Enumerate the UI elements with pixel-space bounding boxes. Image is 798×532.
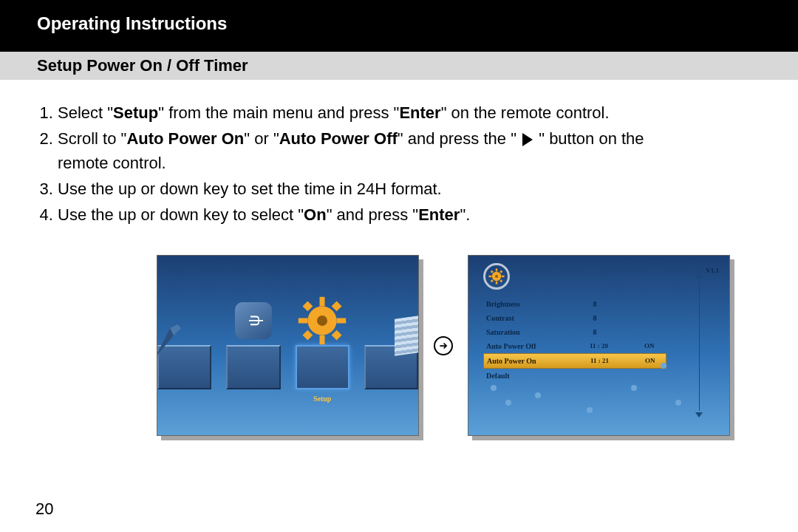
- slot-setup-selected: Setup: [296, 345, 349, 389]
- bubble-icon: [491, 385, 497, 391]
- svg-rect-9: [332, 330, 342, 341]
- svg-rect-2: [320, 297, 325, 307]
- svg-rect-5: [337, 318, 347, 324]
- right-triangle-icon: [522, 133, 533, 146]
- header-bar: Operating Instructions: [0, 0, 798, 52]
- step-3: Use the up or down key to set the time i…: [58, 177, 761, 201]
- svg-rect-13: [496, 282, 497, 284]
- scroll-down-icon: [695, 412, 703, 417]
- step-2: Scroll to "Auto Power On" or "Auto Power…: [58, 126, 761, 175]
- svg-rect-12: [496, 268, 497, 271]
- svg-rect-8: [303, 330, 313, 341]
- gear-small-icon: [483, 263, 510, 290]
- scrollbar-track: [699, 278, 700, 411]
- screenshot-main-menu: Setup: [157, 255, 419, 436]
- screenshot-setup-menu: V1.1 Brightness8 Contrast8 Saturation8 A…: [468, 255, 730, 436]
- slot-calendar: [364, 345, 418, 389]
- svg-rect-17: [499, 270, 502, 273]
- scroll-up-icon: [695, 273, 703, 279]
- menu-row-brightness: Brightness8: [483, 297, 666, 311]
- bubble-icon: [675, 400, 681, 406]
- svg-rect-3: [320, 335, 325, 345]
- menu-row-default: Default: [483, 369, 666, 383]
- pen-icon: [157, 317, 196, 361]
- page-title: Operating Instructions: [37, 13, 761, 34]
- figures-row: Setup V1.1 Brightness8 Contrast8 Saturat…: [126, 255, 761, 436]
- svg-rect-4: [299, 318, 308, 324]
- svg-rect-18: [491, 279, 494, 282]
- menu-row-saturation: Saturation8: [483, 325, 666, 339]
- step-4: Use the up or down key to select "On" an…: [58, 202, 761, 227]
- svg-rect-7: [332, 301, 342, 311]
- slot-left: [157, 345, 211, 389]
- bubble-icon: [631, 385, 637, 391]
- bubble-icon: [535, 392, 541, 398]
- menu-row-auto-power-off: Auto Power Off11 : 20ON: [483, 339, 666, 353]
- bubble-icon: [505, 400, 511, 406]
- svg-rect-6: [303, 301, 313, 311]
- gear-icon: [296, 295, 348, 347]
- svg-rect-19: [499, 279, 502, 282]
- svg-point-11: [495, 275, 498, 278]
- section-title: Setup Power On / Off Timer: [37, 56, 761, 75]
- menu-row-auto-power-on-highlighted: Auto Power On11 : 21ON: [483, 353, 666, 369]
- page-number: 20: [35, 499, 53, 519]
- version-label: V1.1: [706, 266, 719, 276]
- step-1: Select "Setup" from the main menu and pr…: [58, 100, 761, 125]
- svg-rect-15: [502, 276, 505, 277]
- svg-rect-16: [491, 270, 494, 273]
- usb-icon: [235, 302, 272, 339]
- bubble-icon: [661, 363, 666, 369]
- calendar-icon: [395, 315, 419, 356]
- arrow-right-icon: [434, 336, 453, 355]
- bubble-icon: [587, 407, 593, 413]
- slot-usb: [226, 345, 280, 389]
- svg-rect-14: [488, 276, 491, 277]
- instructions: Select "Setup" from the main menu and pr…: [0, 80, 798, 436]
- setup-menu-list: Brightness8 Contrast8 Saturation8 Auto P…: [483, 297, 666, 383]
- section-bar: Setup Power On / Off Timer: [0, 52, 798, 80]
- menu-row-contrast: Contrast8: [483, 311, 666, 325]
- slot-label-setup: Setup: [313, 393, 331, 404]
- svg-point-1: [317, 316, 327, 326]
